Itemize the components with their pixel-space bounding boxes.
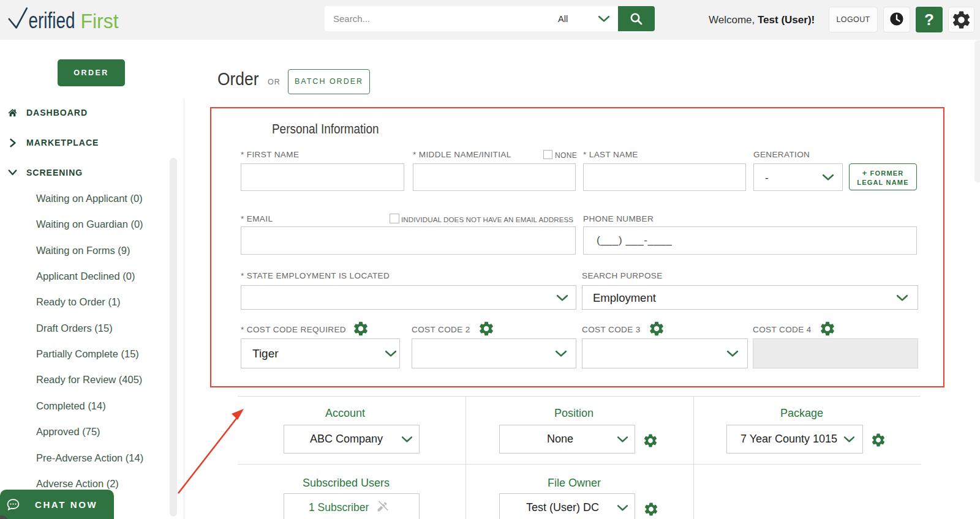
svg-text:First: First: [81, 9, 119, 32]
svg-text:erified: erified: [29, 8, 75, 33]
